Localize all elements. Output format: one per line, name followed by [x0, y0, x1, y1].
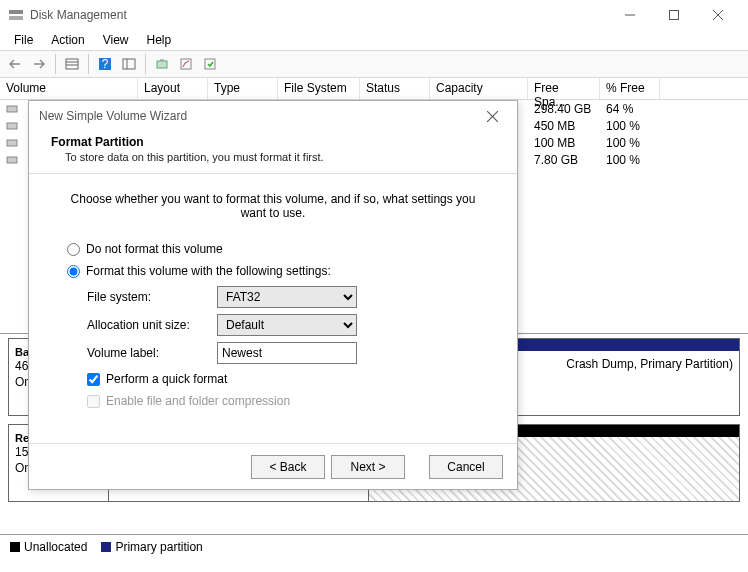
label-filesystem: File system: [87, 290, 217, 304]
disk-name: Re [15, 432, 29, 444]
settings-view-icon[interactable] [118, 53, 140, 75]
checkbox-compression-label: Enable file and folder compression [106, 394, 290, 408]
checkbox-compression-input [87, 395, 100, 408]
svg-rect-14 [181, 59, 191, 69]
back-icon[interactable] [4, 53, 26, 75]
vol-free: 7.80 GB [528, 153, 600, 167]
vol-free: 450 MB [528, 119, 600, 133]
input-volume-label[interactable] [217, 342, 357, 364]
label-volume-label: Volume label: [87, 346, 217, 360]
vol-pct: 100 % [600, 136, 660, 150]
refresh-icon[interactable] [151, 53, 173, 75]
wizard-body: Choose whether you want to format this v… [29, 174, 517, 443]
svg-rect-15 [205, 59, 215, 69]
col-free[interactable]: Free Spa... [528, 78, 600, 99]
menu-help[interactable]: Help [139, 31, 180, 49]
next-button[interactable]: Next > [331, 455, 405, 479]
volume-icon [6, 103, 18, 115]
wizard-dialog: New Simple Volume Wizard Format Partitio… [28, 100, 518, 490]
svg-rect-16 [7, 106, 17, 112]
wizard-subheading: To store data on this partition, you mus… [51, 149, 495, 163]
app-icon [8, 7, 24, 23]
radio-format-input[interactable] [67, 265, 80, 278]
checkbox-quick-format-label: Perform a quick format [106, 372, 227, 386]
field-allocation: Allocation unit size: Default [87, 314, 487, 336]
toolbar-sep [55, 54, 56, 74]
volume-icon [6, 137, 18, 149]
svg-rect-18 [7, 140, 17, 146]
field-volume-label: Volume label: [87, 342, 487, 364]
close-button[interactable] [696, 1, 740, 29]
svg-rect-1 [9, 16, 23, 20]
col-status[interactable]: Status [360, 78, 430, 99]
col-volume[interactable]: Volume [0, 78, 138, 99]
volume-icon [6, 154, 18, 166]
toolbar: ? [0, 50, 748, 78]
menu-file[interactable]: File [6, 31, 41, 49]
help-icon[interactable]: ? [94, 53, 116, 75]
svg-rect-11 [123, 59, 135, 69]
volume-list-header: Volume Layout Type File System Status Ca… [0, 78, 748, 100]
col-pctfree[interactable]: % Free [600, 78, 660, 99]
radio-noformat[interactable]: Do not format this volume [67, 242, 479, 256]
radio-noformat-input[interactable] [67, 243, 80, 256]
legend: Unallocated Primary partition [0, 534, 748, 558]
titlebar: Disk Management [0, 0, 748, 30]
vol-free: 100 MB [528, 136, 600, 150]
checkbox-compression: Enable file and folder compression [87, 394, 487, 408]
menu-view[interactable]: View [95, 31, 137, 49]
radio-format[interactable]: Format this volume with the following se… [67, 264, 479, 278]
wizard-footer: < Back Next > Cancel [29, 443, 517, 489]
wizard-titlebar[interactable]: New Simple Volume Wizard [29, 101, 517, 131]
vol-pct: 64 % [600, 102, 660, 116]
back-button[interactable]: < Back [251, 455, 325, 479]
svg-rect-6 [66, 59, 78, 69]
swatch-black [10, 542, 20, 552]
checkbox-quick-format[interactable]: Perform a quick format [87, 372, 487, 386]
checkbox-quick-format-input[interactable] [87, 373, 100, 386]
list-view-icon[interactable] [61, 53, 83, 75]
wizard-header: Format Partition To store data on this p… [29, 131, 517, 174]
menu-action[interactable]: Action [43, 31, 92, 49]
col-type[interactable]: Type [208, 78, 278, 99]
label-allocation: Allocation unit size: [87, 318, 217, 332]
svg-rect-3 [670, 11, 679, 20]
field-filesystem: File system: FAT32 [87, 286, 487, 308]
svg-rect-19 [7, 157, 17, 163]
svg-text:?: ? [102, 57, 109, 71]
select-filesystem[interactable]: FAT32 [217, 286, 357, 308]
radio-format-label: Format this volume with the following se… [86, 264, 331, 278]
svg-rect-13 [157, 61, 167, 68]
forward-icon[interactable] [28, 53, 50, 75]
properties-icon[interactable] [175, 53, 197, 75]
toolbar-sep [145, 54, 146, 74]
wizard-close-button[interactable] [477, 101, 507, 131]
col-spacer [660, 78, 748, 99]
volume-icon [6, 120, 18, 132]
col-filesystem[interactable]: File System [278, 78, 360, 99]
radio-noformat-label: Do not format this volume [86, 242, 223, 256]
select-allocation[interactable]: Default [217, 314, 357, 336]
wizard-intro: Choose whether you want to format this v… [59, 192, 487, 220]
legend-primary: Primary partition [101, 540, 202, 554]
app-title: Disk Management [30, 8, 608, 22]
svg-rect-17 [7, 123, 17, 129]
partition-status: Crash Dump, Primary Partition) [566, 357, 733, 371]
swatch-navy [101, 542, 111, 552]
menubar: File Action View Help [0, 30, 748, 50]
wizard-heading: Format Partition [51, 135, 495, 149]
vol-pct: 100 % [600, 119, 660, 133]
cancel-button[interactable]: Cancel [429, 455, 503, 479]
vol-pct: 100 % [600, 153, 660, 167]
maximize-button[interactable] [652, 1, 696, 29]
toolbar-sep [88, 54, 89, 74]
svg-rect-0 [9, 10, 23, 14]
col-capacity[interactable]: Capacity [430, 78, 528, 99]
minimize-button[interactable] [608, 1, 652, 29]
wizard-icon[interactable] [199, 53, 221, 75]
legend-unallocated: Unallocated [10, 540, 87, 554]
wizard-title: New Simple Volume Wizard [39, 109, 477, 123]
col-layout[interactable]: Layout [138, 78, 208, 99]
